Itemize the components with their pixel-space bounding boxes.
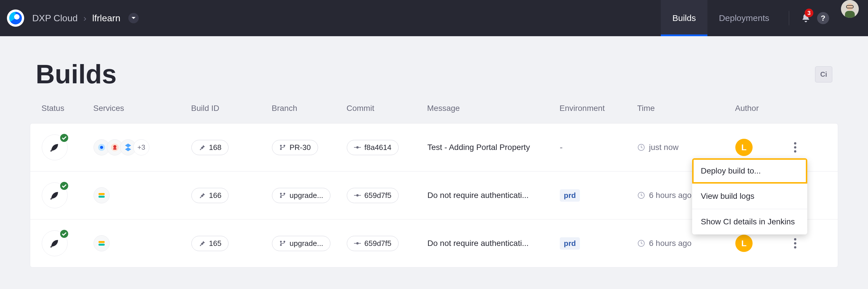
column-headers: Status Services Build ID Branch Commit M…: [30, 101, 838, 123]
notifications-badge: 3: [805, 9, 813, 17]
col-status: Status: [41, 104, 93, 113]
status-success-icon: [59, 133, 69, 143]
services-group[interactable]: [94, 235, 191, 251]
environment-tag[interactable]: prd: [560, 189, 580, 202]
services-group[interactable]: [94, 187, 191, 204]
pin-icon: [198, 240, 206, 247]
branch-chip[interactable]: upgrade...: [272, 236, 331, 251]
menu-view-logs[interactable]: View build logs: [692, 184, 807, 209]
brand-logo-icon: [9, 12, 22, 25]
menu-ci-jenkins[interactable]: Show CI details in Jenkins: [692, 209, 807, 234]
build-id-value: 168: [209, 143, 221, 152]
breadcrumb-project[interactable]: lfrlearn: [92, 13, 120, 24]
svg-point-36: [794, 246, 796, 249]
build-time: just now: [638, 143, 735, 152]
git-branch-icon: [279, 144, 286, 151]
svg-point-7: [114, 145, 117, 148]
svg-rect-8: [114, 148, 117, 150]
ci-service-button[interactable]: Ci: [815, 66, 832, 82]
branch-chip[interactable]: PR-30: [272, 140, 318, 155]
git-branch-icon: [279, 192, 286, 199]
svg-point-31: [283, 241, 285, 243]
build-status[interactable]: [42, 182, 68, 208]
col-build-id: Build ID: [191, 104, 272, 113]
svg-point-9: [280, 145, 282, 146]
clock-icon: [638, 144, 645, 151]
environment-tag[interactable]: prd: [560, 237, 580, 250]
service-icon: [94, 235, 110, 251]
svg-point-22: [356, 194, 359, 196]
pin-icon: [198, 144, 206, 151]
commit-chip[interactable]: 659d7f5: [347, 188, 399, 203]
help-icon: ?: [817, 12, 829, 24]
author-avatar[interactable]: L: [735, 235, 753, 252]
table-row: +3 168 PR-30 f8a4614 Test -: [30, 123, 838, 172]
svg-rect-17: [98, 193, 104, 195]
svg-point-20: [280, 196, 282, 198]
build-status[interactable]: [42, 135, 68, 160]
chevron-down-icon: [131, 16, 136, 21]
build-message: Do not require authenticati...: [427, 191, 560, 200]
topnav-divider: [789, 11, 789, 25]
services-more-button[interactable]: +3: [133, 139, 149, 155]
page-header: Builds Ci: [30, 59, 838, 101]
build-id-chip[interactable]: 166: [191, 188, 228, 203]
svg-point-30: [280, 244, 282, 246]
branch-value: upgrade...: [289, 191, 323, 200]
help-button[interactable]: ?: [814, 0, 832, 36]
row-actions-button[interactable]: [787, 139, 803, 155]
tab-builds[interactable]: Builds: [661, 0, 707, 36]
project-switcher-button[interactable]: [128, 13, 139, 23]
breadcrumb-sep-icon: ›: [84, 13, 87, 24]
svg-point-32: [356, 242, 359, 245]
col-message: Message: [427, 104, 559, 113]
build-status[interactable]: [42, 230, 68, 256]
page: Builds Ci Status Services Build ID Branc…: [30, 36, 838, 267]
rocket-icon: [49, 238, 60, 249]
user-avatar[interactable]: [841, 0, 859, 18]
status-success-icon: [59, 181, 69, 191]
col-environment: Environment: [559, 104, 637, 113]
git-commit-icon: [354, 192, 361, 199]
menu-deploy-build[interactable]: Deploy build to...: [692, 158, 807, 184]
svg-point-5: [100, 146, 103, 149]
brand-logo[interactable]: [7, 9, 24, 27]
commit-value: 659d7f5: [364, 239, 392, 248]
build-time-value: just now: [649, 143, 679, 152]
svg-rect-18: [98, 195, 104, 197]
git-branch-icon: [279, 240, 286, 247]
environment-empty: -: [560, 143, 563, 152]
topbar: DXP Cloud › lfrlearn Builds Deployments …: [0, 0, 868, 36]
commit-chip[interactable]: 659d7f5: [347, 236, 399, 251]
svg-point-19: [280, 193, 282, 194]
row-actions-menu: Deploy build to... View build logs Show …: [692, 158, 807, 234]
build-id-chip[interactable]: 168: [191, 140, 228, 155]
svg-point-12: [356, 146, 359, 148]
build-time: 6 hours ago: [638, 239, 735, 248]
build-id-chip[interactable]: 165: [191, 236, 228, 251]
breadcrumb-root[interactable]: DXP Cloud: [32, 13, 78, 24]
commit-value: 659d7f5: [364, 191, 392, 200]
status-success-icon: [59, 229, 69, 239]
commit-chip[interactable]: f8a4614: [347, 140, 399, 155]
svg-point-1: [846, 3, 853, 10]
build-id-value: 166: [209, 191, 221, 200]
svg-point-15: [794, 146, 796, 148]
clock-icon: [638, 240, 645, 247]
col-commit: Commit: [346, 104, 427, 113]
commit-value: f8a4614: [364, 143, 392, 152]
branch-chip[interactable]: upgrade...: [272, 188, 331, 203]
page-title: Builds: [36, 59, 117, 89]
rocket-icon: [49, 142, 60, 153]
git-commit-icon: [354, 240, 361, 247]
svg-rect-28: [98, 244, 104, 246]
author-avatar[interactable]: L: [735, 139, 753, 156]
svg-point-14: [794, 142, 796, 145]
services-group[interactable]: +3: [94, 139, 191, 155]
row-actions-button[interactable]: [787, 235, 803, 251]
notifications-button[interactable]: 3: [797, 0, 814, 36]
svg-point-29: [280, 241, 282, 243]
tab-deployments[interactable]: Deployments: [707, 0, 781, 36]
build-message: Test - Adding Portal Property: [427, 143, 560, 152]
kebab-icon: [794, 142, 796, 152]
